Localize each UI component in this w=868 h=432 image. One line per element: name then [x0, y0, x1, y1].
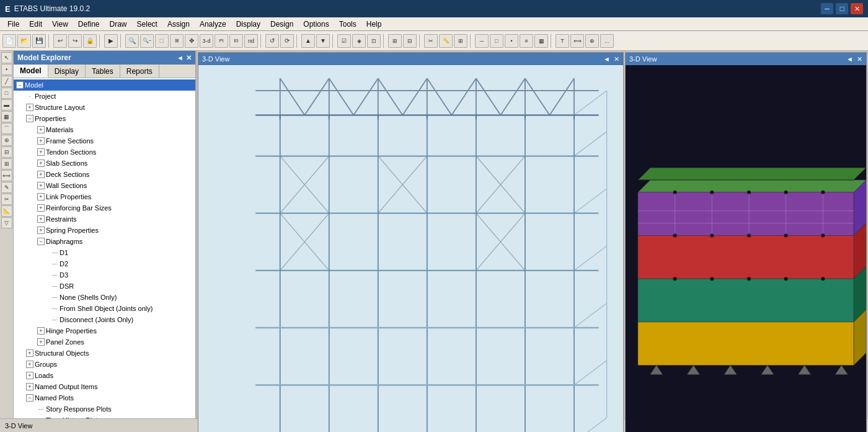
tab-reports[interactable]: Reports: [120, 65, 159, 78]
tree-item-time-history[interactable]: — Time History Plots: [14, 415, 195, 418]
tree-item-reinf-bar[interactable]: + Reinforcing Bar Sizes: [14, 202, 195, 214]
tree-item-dsr[interactable]: — DSR: [14, 281, 195, 292]
tree-item-disconnect[interactable]: — Disconnect (Joints Only): [14, 314, 195, 325]
sidebar-float-button[interactable]: ◄: [177, 54, 184, 62]
tab-display[interactable]: Display: [48, 65, 86, 78]
view-3d-main-close[interactable]: ✕: [614, 55, 619, 63]
tree-item-panel-zones[interactable]: + Panel Zones: [14, 336, 195, 348]
tb-check[interactable]: ☑: [337, 34, 351, 48]
tree-item-structural-objects[interactable]: + Structural Objects: [14, 348, 195, 359]
menu-design[interactable]: Design: [265, 19, 298, 30]
tree-item-frame-sections[interactable]: + Frame Sections: [14, 135, 195, 146]
view-3d-main-controls[interactable]: ◄ ✕: [603, 55, 619, 63]
tb-plan[interactable]: Pl: [215, 34, 228, 48]
tab-tables[interactable]: Tables: [86, 65, 120, 78]
lt-select[interactable]: ↖: [1, 52, 12, 63]
lt-measure[interactable]: 📐: [1, 205, 12, 217]
tb-insert[interactable]: ⊕: [585, 34, 599, 48]
tb-up[interactable]: ▲: [301, 34, 315, 48]
tb-select-all[interactable]: ⊞: [388, 34, 402, 48]
sidebar-tree[interactable]: − Model · Project + Structure Layout − P…: [14, 78, 195, 418]
tb-undo[interactable]: ↩: [53, 34, 67, 48]
tb-dim[interactable]: ⟺: [570, 34, 584, 48]
tb-open[interactable]: 📂: [17, 34, 31, 48]
tree-item-d2[interactable]: — D2: [14, 258, 195, 269]
tree-item-named-plots[interactable]: − Named Plots: [14, 392, 195, 403]
menu-view[interactable]: View: [47, 19, 73, 30]
close-button[interactable]: ✕: [851, 3, 863, 14]
tree-item-story-response[interactable]: — Story Response Plots: [14, 403, 195, 415]
tree-item-diaphragms[interactable]: − Diaphragms: [14, 236, 195, 247]
lt-floor[interactable]: ▦: [1, 111, 12, 122]
expander-materials[interactable]: +: [37, 126, 45, 133]
menu-draw[interactable]: Draw: [105, 19, 132, 30]
tb-rotate[interactable]: ⟳: [280, 34, 294, 48]
tree-item-project[interactable]: · Project: [14, 91, 195, 102]
tree-item-d1[interactable]: — D1: [14, 247, 195, 258]
expander-structural-objects[interactable]: +: [26, 349, 33, 357]
tb-zoom-rect[interactable]: ⬚: [155, 34, 169, 48]
lt-tendon[interactable]: ⌒: [1, 123, 12, 134]
tree-item-d3[interactable]: — D3: [14, 269, 195, 281]
lt-dimension[interactable]: ⟺: [1, 170, 12, 181]
expander-wall-sections[interactable]: +: [37, 182, 45, 189]
expander-reinf-bar[interactable]: +: [37, 204, 45, 212]
tb-joint[interactable]: •: [505, 34, 518, 48]
tb-save[interactable]: 💾: [32, 34, 46, 48]
tree-item-spring-properties[interactable]: + Spring Properties: [14, 225, 195, 236]
sidebar-close-button[interactable]: ✕: [186, 54, 192, 62]
menu-file[interactable]: File: [2, 19, 24, 30]
tree-item-from-shell[interactable]: — From Shell Object (Joints only): [14, 303, 195, 314]
tb-more[interactable]: …: [600, 34, 614, 48]
lt-link[interactable]: ⊟: [1, 146, 12, 158]
tree-item-none-shells[interactable]: — None (Shells Only): [14, 292, 195, 303]
title-controls[interactable]: ─ □ ✕: [821, 3, 863, 14]
expander-hinge-properties[interactable]: +: [37, 327, 45, 335]
tb-refresh[interactable]: ↺: [265, 34, 279, 48]
tb-3d[interactable]: 3-d: [200, 34, 213, 48]
tb-section-cut[interactable]: ✂: [424, 34, 438, 48]
lt-annotation[interactable]: ✎: [1, 182, 12, 193]
expander-restraints[interactable]: +: [37, 215, 45, 223]
expander-frame-sections[interactable]: +: [37, 137, 45, 145]
maximize-button[interactable]: □: [836, 3, 848, 14]
expander-structure-layout[interactable]: +: [26, 104, 33, 111]
menu-select[interactable]: Select: [132, 19, 162, 30]
tb-lock[interactable]: 🔒: [83, 34, 97, 48]
tree-item-model[interactable]: − Model: [14, 79, 195, 91]
tb-load-frame[interactable]: ≡: [520, 34, 533, 48]
menu-define[interactable]: Define: [73, 19, 105, 30]
lt-wall[interactable]: ▬: [1, 99, 12, 110]
tree-item-deck-sections[interactable]: + Deck Sections: [14, 169, 195, 180]
view-3d-right-controls[interactable]: ◄ ✕: [846, 55, 862, 63]
view-3d-right-undock[interactable]: ◄: [846, 55, 853, 63]
expander-link-properties[interactable]: +: [37, 193, 45, 200]
view-3d-right-content[interactable]: [626, 65, 866, 432]
tb-frame[interactable]: ─: [475, 34, 489, 48]
sidebar-header-controls[interactable]: ◄ ✕: [177, 54, 192, 62]
tb-shell[interactable]: □: [490, 34, 503, 48]
expander-deck-sections[interactable]: +: [37, 171, 45, 178]
tb-run[interactable]: ▶: [104, 34, 118, 48]
menu-assign[interactable]: Assign: [162, 19, 195, 30]
tb-down[interactable]: ▼: [316, 34, 330, 48]
tree-item-properties[interactable]: − Properties: [14, 113, 195, 124]
tb-nd[interactable]: nd: [244, 34, 258, 48]
tab-model[interactable]: Model: [14, 65, 48, 78]
tree-item-materials[interactable]: + Materials: [14, 124, 195, 135]
expander-model[interactable]: −: [16, 81, 24, 89]
tb-text[interactable]: T: [556, 34, 569, 48]
tb-load-shell[interactable]: ▦: [534, 34, 548, 48]
lt-grid[interactable]: ⊞: [1, 158, 12, 169]
tb-grid[interactable]: ⊞: [454, 34, 467, 48]
menu-options[interactable]: Options: [298, 19, 334, 30]
tb-pan[interactable]: ✥: [185, 34, 198, 48]
menu-tools[interactable]: Tools: [334, 19, 361, 30]
tree-item-restraints[interactable]: + Restraints: [14, 214, 195, 225]
view-3d-main-undock[interactable]: ◄: [603, 55, 610, 63]
tree-item-link-properties[interactable]: + Link Properties: [14, 191, 195, 202]
tree-item-loads[interactable]: + Loads: [14, 370, 195, 381]
tree-item-hinge-properties[interactable]: + Hinge Properties: [14, 325, 195, 336]
expander-diaphragms[interactable]: −: [37, 238, 45, 245]
tree-item-groups[interactable]: + Groups: [14, 359, 195, 370]
